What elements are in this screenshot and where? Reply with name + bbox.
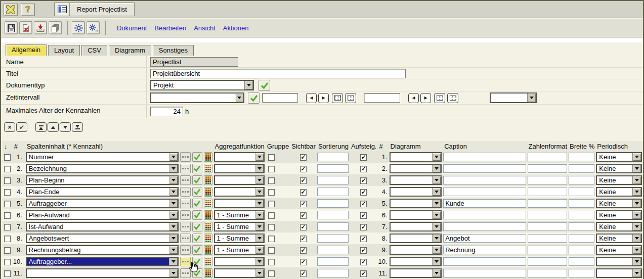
content-combo[interactable]: Rechnungsbetrag: [26, 245, 179, 255]
delete-document-button[interactable]: [19, 21, 32, 34]
zahlenformat-input[interactable]: [528, 257, 568, 266]
aufsteig-checkbox[interactable]: [360, 270, 367, 277]
periodisch-combo[interactable]: Keine: [596, 187, 642, 197]
zeit-extra-combo[interactable]: [490, 92, 537, 103]
tab-allgemein[interactable]: Allgemein: [6, 44, 47, 56]
sichtbar-checkbox[interactable]: [300, 247, 307, 254]
content-combo[interactable]: Auftraggeber...: [26, 257, 179, 266]
chevron-down-icon[interactable]: [255, 165, 264, 172]
menu-dokument[interactable]: Dokument: [117, 24, 147, 32]
aufsteig-checkbox[interactable]: [360, 236, 367, 242]
row-select-checkbox[interactable]: [4, 236, 11, 242]
chevron-down-icon[interactable]: [632, 176, 641, 184]
content-combo[interactable]: Nummer: [26, 152, 179, 162]
aufsteig-checkbox[interactable]: [360, 224, 367, 230]
chevron-down-icon[interactable]: [255, 223, 264, 230]
tab-layout[interactable]: Layout: [48, 45, 80, 56]
chevron-down-icon[interactable]: [632, 223, 641, 230]
chevron-down-icon[interactable]: [432, 235, 441, 242]
apply-button[interactable]: [192, 210, 202, 220]
periodisch-combo[interactable]: Keine: [596, 175, 642, 185]
chevron-down-icon[interactable]: [432, 246, 441, 254]
color-grid-button[interactable]: [204, 268, 212, 278]
zahlenformat-input[interactable]: [528, 234, 568, 243]
aufsteig-checkbox[interactable]: [360, 189, 367, 196]
aggregat-combo[interactable]: 1 - Summe: [214, 234, 265, 243]
calendar-button[interactable]: [345, 93, 356, 103]
aggregat-combo[interactable]: 1 - Summe: [214, 210, 265, 220]
color-grid-button[interactable]: [204, 152, 212, 162]
aufsteig-checkbox[interactable]: [360, 177, 367, 184]
gruppe-checkbox[interactable]: [268, 247, 275, 254]
caption-input[interactable]: [443, 176, 526, 184]
move-down-button[interactable]: [60, 122, 71, 132]
caption-input[interactable]: [443, 222, 526, 231]
chevron-down-icon[interactable]: [432, 188, 441, 196]
content-combo[interactable]: Auftraggeber: [26, 199, 179, 208]
periodisch-combo[interactable]: [596, 268, 642, 278]
dots-button[interactable]: [180, 175, 191, 185]
aggregat-combo[interactable]: [214, 152, 265, 162]
dots-button[interactable]: [180, 234, 191, 243]
row-select-checkbox[interactable]: [4, 154, 11, 161]
menu-aktionen[interactable]: Aktionen: [223, 24, 249, 32]
color-grid-button[interactable]: [204, 222, 212, 231]
content-combo[interactable]: Plan-Aufwand: [26, 210, 179, 220]
sichtbar-checkbox[interactable]: [300, 166, 307, 172]
aggregat-combo[interactable]: [214, 257, 265, 266]
gruppe-checkbox[interactable]: [268, 236, 275, 242]
zahlenformat-input[interactable]: [528, 269, 568, 277]
calendar-button[interactable]: [447, 93, 458, 103]
chevron-down-icon[interactable]: [169, 223, 178, 230]
content-combo[interactable]: Plan-Beginn: [26, 175, 179, 185]
sichtbar-checkbox[interactable]: [300, 177, 307, 184]
color-grid-button[interactable]: [204, 257, 212, 266]
content-combo[interactable]: Ist-Aufwand: [26, 222, 179, 231]
chevron-down-icon[interactable]: [169, 258, 178, 265]
sichtbar-checkbox[interactable]: [300, 236, 307, 242]
select-all-button[interactable]: ✓: [16, 122, 27, 132]
aggregat-combo[interactable]: 1 - Summe: [214, 222, 265, 231]
color-grid-button[interactable]: [204, 234, 212, 243]
titel-input[interactable]: [150, 69, 406, 78]
caption-input[interactable]: [443, 246, 526, 254]
sortierung-input[interactable]: [317, 199, 349, 208]
sichtbar-checkbox[interactable]: [300, 189, 307, 196]
chevron-down-icon[interactable]: [255, 246, 264, 254]
gruppe-checkbox[interactable]: [268, 224, 275, 230]
diagramm-combo[interactable]: [390, 268, 442, 278]
diagramm-combo[interactable]: [390, 164, 442, 173]
row-select-checkbox[interactable]: [4, 177, 11, 184]
caption-input[interactable]: [443, 211, 526, 219]
sichtbar-checkbox[interactable]: [300, 224, 307, 230]
caption-input[interactable]: [443, 257, 526, 266]
chevron-down-icon[interactable]: [632, 269, 641, 277]
diagramm-combo[interactable]: [390, 187, 442, 197]
breite-input[interactable]: [569, 222, 594, 231]
chevron-down-icon[interactable]: [255, 200, 264, 207]
import-button[interactable]: [34, 21, 47, 34]
close-button[interactable]: [4, 3, 18, 16]
chevron-down-icon[interactable]: [169, 211, 178, 219]
sichtbar-checkbox[interactable]: [300, 270, 307, 277]
row-select-checkbox[interactable]: [4, 212, 11, 219]
periodisch-combo[interactable]: Keine: [596, 210, 642, 220]
chevron-down-icon[interactable]: [632, 246, 641, 254]
caption-input[interactable]: [443, 164, 526, 173]
caption-input[interactable]: [443, 269, 526, 277]
row-select-checkbox[interactable]: [4, 259, 11, 265]
chevron-down-icon[interactable]: [632, 188, 641, 196]
color-grid-button[interactable]: [204, 187, 212, 197]
chevron-down-icon[interactable]: [432, 223, 441, 230]
breite-input[interactable]: [569, 176, 594, 184]
chevron-down-icon[interactable]: [255, 188, 264, 196]
aufsteig-checkbox[interactable]: [360, 212, 367, 219]
apply-button[interactable]: [192, 152, 202, 162]
caption-input[interactable]: [443, 199, 526, 208]
help-button[interactable]: ?: [21, 3, 35, 16]
sortierung-input[interactable]: [317, 188, 349, 196]
chevron-down-icon[interactable]: [632, 165, 641, 172]
breite-input[interactable]: [569, 211, 594, 219]
chevron-down-icon[interactable]: [255, 258, 264, 265]
chevron-down-icon[interactable]: [244, 81, 253, 89]
